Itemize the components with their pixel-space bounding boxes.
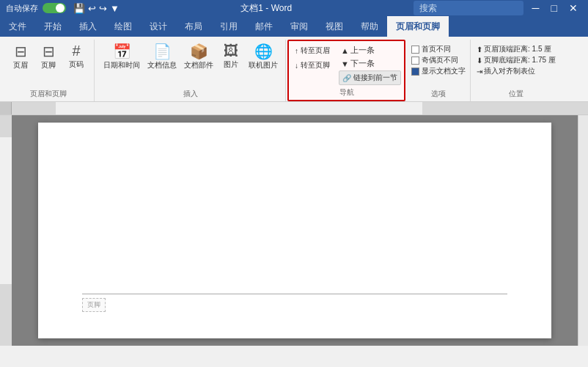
odd-even-checkbox[interactable] bbox=[411, 57, 419, 65]
pos-header-top: ⬆ 页眉顶端距离: 1.5 厘 bbox=[477, 44, 556, 54]
tab-review[interactable]: 审阅 bbox=[282, 16, 317, 37]
goto-footer-icon: ↓ bbox=[295, 62, 298, 70]
svg-rect-3 bbox=[0, 137, 12, 284]
ruler-track: // Will be rendered via JS below bbox=[12, 102, 588, 115]
link-prev-label: 链接到前一节 bbox=[353, 73, 397, 83]
tab-draw[interactable]: 绘图 bbox=[106, 16, 141, 37]
group-navigation-label: 导航 bbox=[339, 87, 354, 100]
document-title: 文档1 - Word bbox=[124, 2, 409, 15]
datetime-label: 日期和时间 bbox=[103, 60, 140, 70]
nav-prev-icon: ▲ bbox=[341, 46, 349, 55]
header-button[interactable]: ⊟ 页眉 bbox=[7, 41, 34, 72]
page-wrapper[interactable]: 页脚 bbox=[12, 115, 578, 346]
option-first-page[interactable]: 首页不同 bbox=[411, 44, 466, 54]
tab-file[interactable]: 文件 bbox=[0, 16, 35, 37]
autosave-label: 自动保存 bbox=[6, 3, 38, 14]
goto-header-button[interactable]: ↑ 转至页眉 bbox=[292, 44, 336, 57]
online-picture-icon: 🌐 bbox=[254, 43, 273, 60]
first-page-checkbox[interactable] bbox=[411, 46, 419, 54]
group-options: 首页不同 奇偶页不同 显示文档文字 选项 bbox=[407, 40, 471, 101]
pos-footer-bottom-icon: ⬇ bbox=[477, 57, 482, 65]
tab-help[interactable]: 帮助 bbox=[352, 16, 387, 37]
header-label: 页眉 bbox=[13, 60, 28, 70]
docinfo-icon: 📄 bbox=[153, 43, 172, 60]
picture-label: 图片 bbox=[224, 59, 238, 70]
pos-insert-align[interactable]: ⇥ 插入对齐制表位 bbox=[477, 66, 556, 76]
group-insert-label: 插入 bbox=[183, 89, 198, 101]
odd-even-label: 奇偶页不同 bbox=[422, 55, 458, 65]
docinfo-button[interactable]: 📄 文档信息 bbox=[144, 41, 180, 72]
picture-button[interactable]: 🖼 图片 bbox=[218, 41, 244, 71]
show-doc-text-label: 显示文档文字 bbox=[422, 66, 466, 76]
tab-view[interactable]: 视图 bbox=[317, 16, 352, 37]
customize-button[interactable]: ▼ bbox=[110, 3, 120, 14]
tab-layout[interactable]: 布局 bbox=[176, 16, 211, 37]
page-number-icon: # bbox=[72, 43, 80, 59]
window-controls: ─ □ ✕ bbox=[528, 1, 582, 15]
page-footer-area: 页脚 bbox=[82, 298, 507, 316]
autosave-toggle-knob bbox=[56, 4, 65, 12]
show-doc-text-checkbox[interactable] bbox=[411, 68, 419, 76]
option-odd-even[interactable]: 奇偶页不同 bbox=[411, 55, 466, 65]
svg-rect-1 bbox=[56, 102, 422, 115]
ribbon-tabs: 文件 开始 插入 绘图 设计 布局 引用 邮件 审阅 视图 帮助 页眉和页脚 bbox=[0, 16, 588, 37]
pos-insert-align-icon: ⇥ bbox=[477, 68, 482, 76]
save-button[interactable]: 💾 bbox=[73, 3, 85, 14]
options-items: 首页不同 奇偶页不同 显示文档文字 bbox=[411, 41, 466, 89]
nav-next-label: 下一条 bbox=[350, 58, 375, 69]
footer-icon: ⊟ bbox=[43, 43, 55, 60]
nav-next-icon: ▼ bbox=[341, 59, 349, 68]
goto-footer-button[interactable]: ↓ 转至页脚 bbox=[292, 59, 336, 72]
nav-prev[interactable]: ▲ 上一条 bbox=[339, 44, 377, 57]
link-prev-button[interactable]: 🔗 链接到前一节 bbox=[339, 70, 401, 85]
tab-mail[interactable]: 邮件 bbox=[246, 16, 282, 37]
left-ruler bbox=[0, 115, 12, 346]
tab-refs[interactable]: 引用 bbox=[211, 16, 246, 37]
page: 页脚 bbox=[38, 123, 551, 338]
ruler-svg: // Will be rendered via JS below bbox=[12, 102, 588, 115]
nav-next[interactable]: ▼ 下一条 bbox=[339, 57, 377, 70]
group-position-label: 位置 bbox=[509, 89, 523, 101]
nav-prev-label: 上一条 bbox=[350, 45, 375, 56]
autosave-toggle[interactable] bbox=[43, 3, 66, 13]
minimize-button[interactable]: ─ bbox=[528, 1, 544, 15]
tab-home[interactable]: 开始 bbox=[35, 16, 70, 37]
docparts-icon: 📦 bbox=[190, 43, 208, 60]
tab-design[interactable]: 设计 bbox=[141, 16, 176, 37]
datetime-icon: 📅 bbox=[113, 43, 131, 60]
undo-button[interactable]: ↩ bbox=[88, 3, 96, 14]
page-footer-line bbox=[82, 294, 507, 294]
ruler-corner bbox=[0, 102, 12, 115]
restore-button[interactable]: □ bbox=[547, 1, 562, 15]
option-show-doc-text[interactable]: 显示文档文字 bbox=[411, 66, 466, 76]
group-options-label: 选项 bbox=[431, 89, 446, 101]
ruler: // Will be rendered via JS below bbox=[0, 102, 588, 115]
header-icon: ⊟ bbox=[15, 43, 27, 60]
document-area: 页脚 bbox=[0, 115, 588, 346]
pos-header-top-label: 页眉顶端距离: 1.5 厘 bbox=[484, 44, 551, 54]
footer-button[interactable]: ⊟ 页脚 bbox=[35, 41, 62, 72]
page-number-button[interactable]: # 页码 bbox=[63, 41, 89, 71]
group-header-footer-label: 页眉和页脚 bbox=[30, 89, 67, 101]
online-picture-button[interactable]: 🌐 联机图片 bbox=[246, 41, 281, 72]
left-ruler-svg bbox=[0, 115, 12, 346]
pos-footer-bottom: ⬇ 页脚底端距离: 1.75 厘 bbox=[477, 55, 556, 65]
group-header-footer-buttons: ⊟ 页眉 ⊟ 页脚 # 页码 bbox=[7, 41, 89, 89]
docparts-button[interactable]: 📦 文档部件 bbox=[181, 41, 216, 72]
search-input[interactable] bbox=[414, 1, 523, 15]
goto-header-icon: ↑ bbox=[295, 47, 298, 55]
page-content bbox=[82, 152, 507, 240]
ribbon: 文件 开始 插入 绘图 设计 布局 引用 邮件 审阅 视图 帮助 页眉和页脚 ⊟… bbox=[0, 16, 588, 102]
position-items: ⬆ 页眉顶端距离: 1.5 厘 ⬇ 页脚底端距离: 1.75 厘 ⇥ 插入对齐制… bbox=[477, 41, 556, 89]
datetime-button[interactable]: 📅 日期和时间 bbox=[100, 41, 143, 72]
close-button[interactable]: ✕ bbox=[565, 1, 582, 15]
link-prev-icon: 🔗 bbox=[342, 74, 351, 82]
pos-footer-bottom-label: 页脚底端距离: 1.75 厘 bbox=[484, 55, 556, 65]
docparts-label: 文档部件 bbox=[184, 60, 213, 70]
right-scrollbar[interactable] bbox=[578, 115, 588, 346]
quick-access-toolbar: 💾 ↩ ↪ ▼ bbox=[73, 3, 120, 14]
redo-button[interactable]: ↪ bbox=[99, 3, 107, 14]
tab-insert[interactable]: 插入 bbox=[70, 16, 106, 37]
ribbon-content: ⊟ 页眉 ⊟ 页脚 # 页码 页眉和页脚 📅 日期和时间 bbox=[0, 37, 588, 101]
tab-header-footer[interactable]: 页眉和页脚 bbox=[387, 16, 449, 37]
